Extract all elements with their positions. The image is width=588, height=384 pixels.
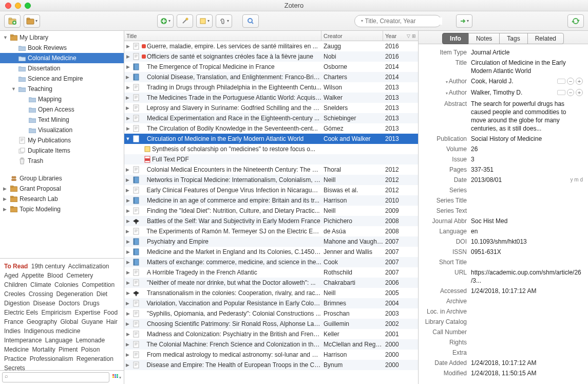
disclosure-triangle[interactable]: ▶ (124, 85, 131, 90)
field-item-type[interactable]: Journal Article (471, 48, 583, 57)
duplicate-items[interactable]: Duplicate Items (0, 145, 124, 156)
group-topic-modeling[interactable]: ▶ Topic Modeling (0, 204, 124, 214)
tag[interactable]: Doctors (59, 300, 80, 307)
disclosure-triangle[interactable]: ▶ (124, 229, 131, 234)
new-collection-button[interactable] (4, 14, 21, 28)
tab-related[interactable]: Related (527, 33, 564, 44)
list-item[interactable]: ▶Medicine and the Market in England and … (124, 247, 418, 257)
list-item[interactable]: ▶Medicine in an age of commerce and empi… (124, 195, 418, 206)
list-item[interactable]: ▶Madness and Colonization: Psychiatry in… (124, 329, 418, 339)
disclosure-triangle[interactable]: ▶ (124, 177, 131, 182)
disclosure-triangle[interactable]: ▶ (124, 208, 131, 213)
disclosure-triangle[interactable]: ▶ (124, 311, 131, 316)
list-item[interactable]: ▶Networks in Tropical Medicine: Internat… (124, 175, 418, 185)
tag[interactable]: Language (45, 337, 72, 344)
disclosure-triangle[interactable]: ▶ (124, 362, 131, 368)
collection-dissertation[interactable]: Dissertation (0, 63, 124, 74)
collection-mapping[interactable]: Mapping (0, 94, 124, 104)
list-item[interactable]: ▼Circulation of Medicine in the Early Mo… (124, 134, 418, 144)
tag[interactable]: Drugs (83, 300, 100, 307)
add-attachment-button[interactable]: ▾ (216, 14, 232, 28)
field-language[interactable]: en (471, 227, 583, 235)
column-header-title[interactable]: Title (124, 31, 321, 41)
tag-filter-input[interactable] (5, 373, 101, 379)
list-item[interactable]: ▶Medical Experimentation and Race in the… (124, 113, 418, 123)
trash[interactable]: Trash (0, 156, 124, 166)
list-item[interactable]: ▶Early Clinical Features of Dengue Virus… (124, 185, 418, 195)
field-journal-abbr[interactable]: Soc Hist Med (471, 217, 583, 225)
tag[interactable]: Medicine (4, 346, 29, 353)
list-item[interactable]: ▶The Medicines Trade in the Portuguese A… (124, 93, 418, 103)
tag[interactable]: Indies (4, 327, 21, 335)
tag[interactable]: Creoles (4, 290, 25, 298)
collection-visualization[interactable]: Visualization (0, 125, 124, 135)
field-pages[interactable]: 337-351 (471, 166, 583, 174)
list-item[interactable]: ▶From medical astrology to medical astro… (124, 350, 418, 360)
group-research-lab[interactable]: ▶ Research Lab (0, 194, 124, 204)
tag[interactable]: Digestion (4, 300, 30, 307)
list-item[interactable]: ▶"Neither of meate nor drinke, but what … (124, 278, 418, 288)
tag[interactable]: Lemonade (75, 337, 105, 344)
list-item[interactable]: ▶Battles of the Self: War and Subjectivi… (124, 216, 418, 226)
new-item-button[interactable]: ▾ (157, 14, 174, 28)
field-publication[interactable]: Social History of Medicine (471, 135, 583, 143)
tag[interactable]: Expertise (74, 309, 100, 316)
close-window-button[interactable] (5, 3, 11, 9)
tab-tags[interactable]: Tags (499, 33, 527, 44)
disclosure-triangle[interactable]: ▶ (124, 332, 131, 337)
tag[interactable]: Food (104, 309, 118, 316)
collection-text-mining[interactable]: Text Mining (0, 115, 124, 125)
tag[interactable]: 19th century (31, 263, 65, 270)
tag[interactable]: Electric Eels (4, 309, 38, 316)
tag[interactable]: Appetite (22, 272, 44, 279)
field-issue[interactable]: 3 (471, 155, 583, 163)
collection-teaching[interactable]: ▼ Teaching (0, 84, 124, 94)
field-url[interactable]: https://academic.oup.com/shm/article/26/… (471, 268, 583, 285)
tag-selector-menu[interactable]: ▾ (111, 372, 122, 382)
field-doi[interactable]: 10.1093/shm/hkt013 (471, 237, 583, 246)
tag[interactable]: Secrets (4, 364, 25, 370)
disclosure-triangle[interactable]: ▶ (124, 249, 131, 254)
list-item[interactable]: ▶Trading in Drugs through Philadelphia i… (124, 82, 418, 93)
list-item[interactable]: ▶The Experiments of Ramón M. Termeyer SJ… (124, 226, 418, 236)
tag[interactable]: Empiricism (41, 309, 71, 316)
list-item[interactable]: ▶Guerre, maladie, empire. Les services d… (124, 41, 418, 51)
disclosure-triangle[interactable]: ▶ (124, 54, 131, 59)
tag[interactable]: Regeneration (77, 355, 113, 362)
quick-search-input[interactable] (365, 17, 442, 25)
list-item[interactable]: ▶Colonial Medical Encounters in the Nine… (124, 164, 418, 175)
creator-add-button[interactable]: + (576, 78, 583, 85)
list-item[interactable]: ▶The Colonial Machine: French Science an… (124, 339, 418, 350)
tab-notes[interactable]: Notes (468, 33, 500, 44)
list-item[interactable]: ▶Colonial Disease, Translation, and Enli… (124, 72, 418, 82)
list-item[interactable]: ▶Psychiatry and EmpireMahone and Vaughan… (124, 236, 418, 247)
tag[interactable]: Children (4, 281, 27, 288)
list-item[interactable]: ▶The Emergence of Tropical Medicine in F… (124, 62, 418, 72)
list-item[interactable]: ▶Officiers de santé et soignantes créole… (124, 51, 418, 62)
disclosure-triangle[interactable]: ▶ (124, 239, 131, 244)
locate-button[interactable]: ▾ (456, 14, 472, 28)
list-item[interactable]: ▶A Horrible Tragedy in the French Atlant… (124, 267, 418, 278)
list-item-child[interactable]: Full Text PDF (124, 154, 418, 164)
tag[interactable]: France (4, 318, 23, 325)
collection-book-reviews[interactable]: Book Reviews (0, 43, 124, 53)
field-author-2[interactable]: Walker, Timothy D. (471, 88, 522, 97)
disclosure-triangle[interactable]: ▶ (124, 280, 131, 285)
tag[interactable]: Crossing (29, 290, 53, 298)
tag[interactable]: Practice (4, 355, 26, 362)
tag[interactable]: Degeneration (56, 290, 93, 298)
tag[interactable]: To Read (4, 263, 28, 270)
list-item[interactable]: ▶Transnationalism in the colonies: Coope… (124, 288, 418, 298)
field-issn[interactable]: 0951-631X (471, 248, 583, 256)
field-date[interactable]: 2013/08/01 (471, 176, 502, 184)
tag[interactable]: Guyane (81, 318, 103, 325)
tag[interactable]: Acclimatization (68, 263, 109, 270)
column-header-creator[interactable]: Creator (321, 31, 383, 41)
list-item[interactable]: ▶Choosing Scientific Patrimony: Sir Rona… (124, 319, 418, 329)
disclosure-triangle[interactable]: ▶ (124, 301, 131, 306)
group-grant-proposal[interactable]: ▶ Grant Proposal (0, 184, 124, 194)
new-note-button[interactable]: ▾ (196, 14, 213, 28)
collection-colonial-medicine[interactable]: Colonial Medicine (0, 53, 124, 63)
disclosure-triangle[interactable]: ▶ (124, 126, 131, 131)
disclosure-triangle[interactable]: ▶ (124, 95, 131, 100)
